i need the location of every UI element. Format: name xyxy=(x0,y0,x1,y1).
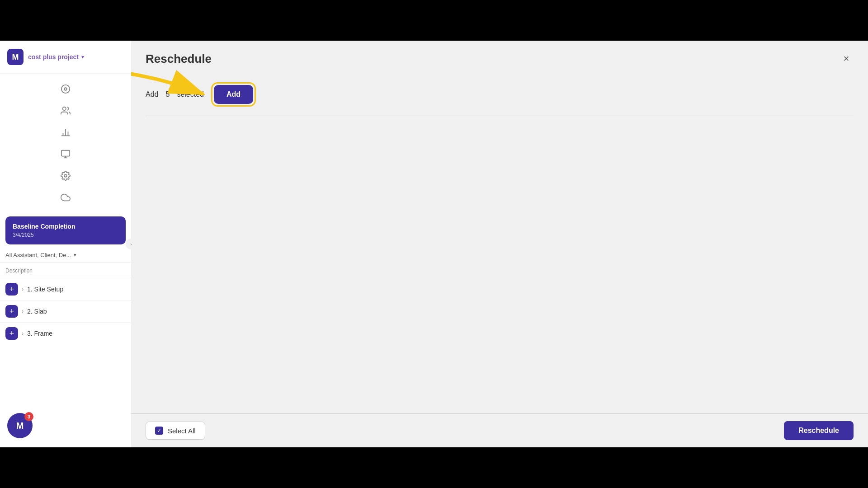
svg-point-1 xyxy=(64,88,67,90)
task-name-1: 1. Site Setup xyxy=(27,286,63,293)
nav-dashboard[interactable] xyxy=(56,79,75,99)
project-name: cost plus project xyxy=(28,53,79,61)
task-add-button-3[interactable]: + xyxy=(5,327,18,340)
sidebar-collapse-button[interactable]: › xyxy=(126,239,137,249)
baseline-date: 3/4/2025 xyxy=(13,232,118,238)
nav-cloud[interactable] xyxy=(56,188,75,207)
avatar-circle: M 3 xyxy=(7,413,33,438)
add-button-container: Add xyxy=(211,82,256,107)
selected-label: selected xyxy=(177,90,204,99)
project-selector[interactable]: cost plus project ▾ xyxy=(28,53,84,61)
app-logo: M xyxy=(7,49,24,65)
baseline-card[interactable]: Baseline Completion 3/4/2025 xyxy=(5,216,126,244)
filter-text: All Assistant, Client, De... xyxy=(5,252,71,258)
reschedule-dialog: Reschedule × Add 5 selected xyxy=(131,41,868,447)
description-header: Description xyxy=(5,267,33,274)
task-name-2: 2. Slab xyxy=(27,308,47,315)
sidebar: M cost plus project ▾ xyxy=(0,41,131,447)
notification-badge: 3 xyxy=(24,412,33,421)
task-item: + › 1. Site Setup xyxy=(0,278,131,300)
select-all-button[interactable]: ✓ Select All xyxy=(146,422,205,440)
reschedule-button[interactable]: Reschedule xyxy=(784,421,854,440)
svg-point-10 xyxy=(64,174,67,177)
task-item: + › 2. Slab xyxy=(0,300,131,322)
task-item: + › 3. Frame xyxy=(0,322,131,344)
filter-chevron-icon: ▾ xyxy=(74,252,76,258)
select-all-checkbox: ✓ xyxy=(155,427,163,435)
task-add-button-2[interactable]: + xyxy=(5,305,18,318)
nav-monitor[interactable] xyxy=(56,144,75,164)
add-label: Add xyxy=(146,90,158,99)
add-button-highlight: Add xyxy=(211,82,256,107)
dialog-close-button[interactable]: × xyxy=(839,52,854,66)
dialog-title: Reschedule xyxy=(146,52,212,66)
filter-bar[interactable]: All Assistant, Client, De... ▾ xyxy=(0,248,131,262)
task-expand-icon-1[interactable]: › xyxy=(22,286,24,292)
task-add-button-1[interactable]: + xyxy=(5,283,18,296)
task-expand-icon-2[interactable]: › xyxy=(22,308,24,314)
sidebar-header: M cost plus project ▾ xyxy=(0,41,131,74)
project-chevron-icon: ▾ xyxy=(81,54,84,60)
task-list: + › 1. Site Setup + › 2. Slab + › 3. Fra… xyxy=(0,278,131,344)
baseline-title: Baseline Completion xyxy=(13,223,118,230)
dialog-footer: ✓ Select All Reschedule xyxy=(131,413,868,447)
select-all-label: Select All xyxy=(168,427,196,435)
sidebar-nav-icons xyxy=(0,74,131,213)
notification-avatar[interactable]: M 3 xyxy=(7,413,33,438)
nav-team[interactable] xyxy=(56,101,75,121)
task-expand-icon-3[interactable]: › xyxy=(22,330,24,337)
nav-chart[interactable] xyxy=(56,122,75,142)
add-button[interactable]: Add xyxy=(214,85,253,104)
task-name-3: 3. Frame xyxy=(27,330,52,337)
svg-point-0 xyxy=(61,85,70,93)
table-header: Description xyxy=(0,262,131,278)
svg-point-2 xyxy=(63,107,66,110)
dialog-body: Add 5 selected Add xyxy=(131,75,868,413)
svg-rect-7 xyxy=(61,150,70,156)
dialog-header: Reschedule × xyxy=(131,41,868,75)
nav-settings[interactable] xyxy=(56,166,75,186)
dialog-add-row: Add 5 selected Add xyxy=(146,82,854,116)
add-count: 5 xyxy=(165,90,170,99)
